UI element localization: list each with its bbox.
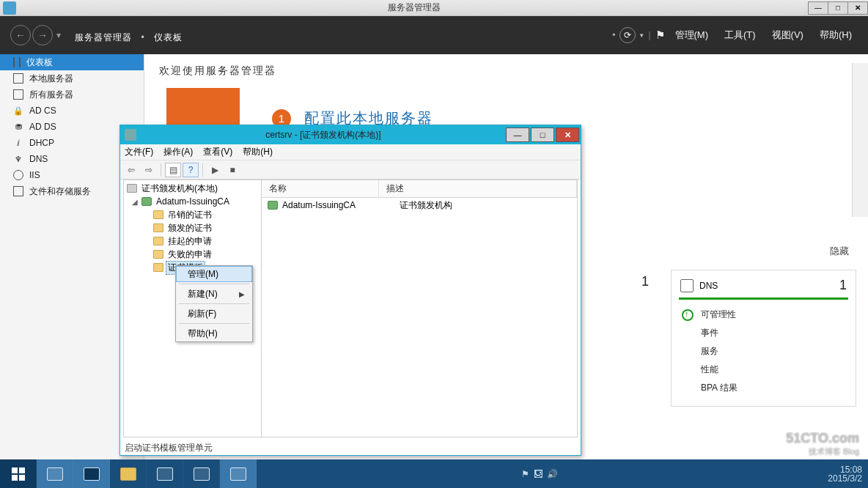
- toolbar-stop-button[interactable]: ■: [224, 163, 240, 177]
- maximize-button[interactable]: □: [828, 1, 848, 15]
- sidebar-item-adcs[interactable]: 🔒AD CS: [0, 103, 144, 119]
- tile-count: 1: [641, 274, 649, 289]
- app-icon: [194, 467, 210, 481]
- tree-revoked-certs[interactable]: 吊销的证书: [124, 208, 261, 221]
- ctx-separator: [179, 284, 249, 284]
- main-titlebar: 服务器管理器 — □ ✕: [0, 0, 868, 16]
- clock[interactable]: 15:082015/3/2: [822, 459, 868, 488]
- explorer-icon: [120, 467, 136, 481]
- mmc-toolbar: ⇦ ⇨ ▤ ? ▶ ■: [120, 160, 581, 180]
- mmc-maximize-button[interactable]: □: [531, 127, 554, 142]
- mmc-menu-action[interactable]: 操作(A): [163, 146, 193, 158]
- tile-line-label[interactable]: 可管理性: [701, 308, 736, 321]
- toolbar-properties-button[interactable]: ▤: [165, 163, 181, 177]
- ctx-refresh[interactable]: 刷新(F): [176, 306, 252, 322]
- svg-rect-2: [12, 475, 18, 481]
- cell-desc: 证书颁发机构: [400, 199, 452, 212]
- mmc-menu-view[interactable]: 查看(V): [203, 146, 232, 158]
- breadcrumb-current: 仪表板: [154, 32, 183, 42]
- sidebar-item-dashboard[interactable]: 仪表板: [0, 54, 144, 70]
- mmc-statusbar: 启动证书模板管理单元: [125, 440, 576, 454]
- sidebar-label: 文件和存储服务: [29, 185, 91, 198]
- cell-name: Adatum-IssuingCA: [282, 200, 400, 210]
- hide-link[interactable]: 隐藏: [830, 245, 849, 258]
- adcs-icon: 🔒: [13, 106, 23, 116]
- tile-title: DNS: [699, 281, 718, 291]
- minimize-button[interactable]: —: [808, 1, 828, 15]
- mmc-list: 名称 描述 Adatum-IssuingCA 证书颁发机构: [262, 180, 577, 437]
- menu-view[interactable]: 视图(V): [766, 29, 809, 42]
- folder-icon: [153, 250, 163, 259]
- sidebar-item-all-servers[interactable]: 所有服务器: [0, 86, 144, 103]
- task-powershell[interactable]: [73, 459, 110, 488]
- ca-root-icon: [127, 184, 137, 193]
- nav-back-button[interactable]: ←: [10, 25, 31, 45]
- ca-icon: [141, 197, 152, 206]
- mmc-minimize-button[interactable]: —: [506, 127, 529, 142]
- iis-icon: [13, 170, 23, 180]
- close-button[interactable]: ✕: [847, 1, 868, 15]
- task-explorer[interactable]: [110, 459, 147, 488]
- col-name[interactable]: 名称: [262, 180, 379, 197]
- powershell-icon: [84, 467, 100, 481]
- mmc-titlebar: certsrv - [证书颁发机构(本地)] — □ ✕: [120, 125, 581, 144]
- ctx-manage[interactable]: 管理(M): [176, 266, 252, 282]
- tray-flag-icon[interactable]: ⚑: [521, 469, 529, 479]
- taskbar: ⚑⛾🔊 15:082015/3/2: [0, 459, 868, 488]
- system-tray[interactable]: ⚑⛾🔊: [515, 459, 564, 488]
- list-row[interactable]: Adatum-IssuingCA 证书颁发机构: [262, 198, 577, 212]
- col-desc[interactable]: 描述: [379, 180, 577, 197]
- folder-icon: [153, 210, 163, 219]
- app-icon: [3, 1, 16, 15]
- servers-icon: [13, 89, 23, 100]
- start-button[interactable]: [0, 459, 37, 488]
- tile-line-label[interactable]: 服务: [701, 345, 718, 358]
- sidebar-item-local-server[interactable]: 本地服务器: [0, 70, 144, 86]
- tree-issued-certs[interactable]: 颁发的证书: [124, 221, 261, 234]
- tray-network-icon[interactable]: ⛾: [534, 469, 542, 479]
- task-app[interactable]: [147, 459, 183, 488]
- menu-manage[interactable]: 管理(M): [669, 29, 715, 42]
- toolbar-back-button[interactable]: ⇦: [123, 163, 139, 177]
- notifications-button[interactable]: ⚑: [655, 29, 665, 42]
- toolbar-help-button[interactable]: ?: [183, 163, 199, 177]
- toolbar-forward-button[interactable]: ⇨: [141, 163, 157, 177]
- tile-line-label[interactable]: 性能: [701, 363, 718, 376]
- status-ok-icon: [682, 309, 694, 321]
- role-tile-dns[interactable]: DNS 1 可管理性 事件 服务 性能 BPA 结果: [671, 270, 856, 407]
- tree-ca[interactable]: ◢Adatum-IssuingCA: [124, 195, 261, 208]
- tile-line-label[interactable]: BPA 结果: [701, 382, 738, 394]
- nav-forward-button[interactable]: →: [32, 25, 53, 45]
- mmc-menu-file[interactable]: 文件(F): [125, 146, 153, 158]
- collapse-icon[interactable]: ◢: [131, 198, 139, 206]
- tree-root[interactable]: 证书颁发机构(本地): [124, 182, 261, 195]
- task-server-manager[interactable]: [37, 459, 73, 488]
- svg-rect-1: [19, 467, 25, 473]
- task-certsrv[interactable]: [220, 459, 257, 488]
- tray-sound-icon[interactable]: 🔊: [547, 469, 558, 479]
- nav-history-dropdown[interactable]: ▾: [54, 30, 63, 40]
- refresh-dropdown-icon[interactable]: ▾: [640, 32, 644, 39]
- clock-date: 2015/3/2: [828, 474, 862, 483]
- dashboard-icon: [13, 57, 21, 67]
- mmc-menu-help[interactable]: 帮助(H): [243, 146, 273, 158]
- ctx-help[interactable]: 帮助(H): [176, 325, 252, 341]
- mmc-close-button[interactable]: ✕: [556, 127, 579, 142]
- sidebar-label: 所有服务器: [29, 89, 73, 101]
- task-app2[interactable]: [183, 459, 220, 488]
- menu-tools[interactable]: 工具(T): [718, 29, 762, 42]
- sidebar-label: AD CS: [29, 106, 56, 116]
- sidebar-label: DHCP: [29, 138, 54, 148]
- breadcrumb-root[interactable]: 服务器管理器: [75, 32, 132, 42]
- tile-line-label[interactable]: 事件: [701, 327, 718, 339]
- tree-failed-requests[interactable]: 失败的申请: [124, 248, 261, 261]
- refresh-button[interactable]: ⟳: [619, 27, 636, 43]
- toolbar-play-button[interactable]: ▶: [207, 163, 223, 177]
- dns-icon: ♆: [13, 154, 23, 164]
- menu-help[interactable]: 帮助(H): [814, 29, 858, 42]
- storage-icon: [13, 186, 23, 196]
- ctx-new[interactable]: 新建(N)▶: [176, 286, 252, 302]
- clock-time: 15:08: [828, 465, 862, 474]
- scrollbar[interactable]: [852, 63, 868, 217]
- tree-pending-requests[interactable]: 挂起的申请: [124, 234, 261, 248]
